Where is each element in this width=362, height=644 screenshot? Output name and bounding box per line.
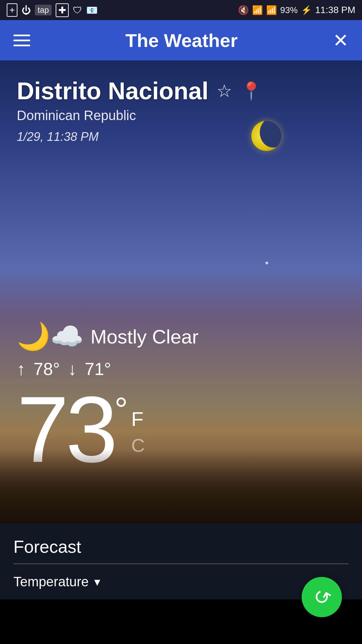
status-bar-right: 🔇 📶 📶 93% ⚡ 11:38 PM (238, 5, 355, 15)
status-bar: + ⏻ tap ✚ 🛡 📧 🔇 📶 📶 93% ⚡ 11:38 PM (0, 0, 362, 20)
weather-condition-text: Mostly Clear (90, 325, 198, 348)
cross-icon: ✚ (56, 3, 69, 17)
location-name: Distrito Nacional (17, 77, 208, 105)
forecast-divider (13, 564, 349, 564)
battery-icon: ⚡ (301, 5, 312, 15)
star-dot (265, 262, 268, 264)
close-button[interactable]: ✕ (333, 30, 349, 51)
favorite-star-icon[interactable]: ☆ (217, 81, 232, 101)
dropdown-arrow-icon[interactable]: ▾ (94, 575, 100, 589)
forecast-filter-row[interactable]: Temperature ▾ (13, 571, 349, 593)
refresh-icon: ↺ (309, 583, 335, 611)
nav-bar: The Weather ✕ (0, 20, 362, 60)
location-datetime: 1/29, 11:38 PM (17, 130, 262, 144)
signal-icon: 📶 (266, 5, 277, 15)
temp-unit-selector: F C (131, 409, 144, 455)
bluetooth-icon: 🔇 (238, 5, 249, 15)
temp-down-arrow-icon: ↓ (68, 359, 77, 379)
temp-up-arrow-icon: ↑ (17, 359, 25, 379)
battery-percent: 93% (280, 5, 298, 15)
power-icon: ⏻ (21, 5, 31, 16)
temp-low: 71° (85, 359, 111, 379)
fahrenheit-unit[interactable]: F (131, 409, 144, 429)
refresh-fab-button[interactable]: ↺ (302, 577, 342, 617)
status-bar-left: + ⏻ tap ✚ 🛡 📧 (7, 3, 98, 17)
email-icon: 📧 (86, 5, 98, 16)
menu-button[interactable] (13, 35, 30, 46)
location-country: Dominican Republic (17, 108, 262, 123)
weather-condition-icon: 🌙☁️ (17, 321, 84, 352)
temp-high: 78° (34, 359, 60, 379)
weather-background: Distrito Nacional ☆ 📍 Dominican Republic… (0, 60, 362, 523)
degree-symbol: ° (114, 392, 128, 426)
location-pin-icon[interactable]: 📍 (240, 81, 262, 101)
location-info: Distrito Nacional ☆ 📍 Dominican Republic… (17, 77, 262, 144)
forecast-title: Forecast (13, 537, 349, 557)
tap-icon: tap (35, 5, 51, 15)
temp-range: ↑ 78° ↓ 71° (17, 359, 198, 379)
shield-icon: 🛡 (73, 5, 82, 16)
forecast-filter-label: Temperature (13, 574, 89, 589)
trees-overlay (0, 449, 362, 523)
app-title: The Weather (125, 30, 238, 51)
time-display: 11:38 PM (315, 5, 355, 15)
weather-condition: 🌙☁️ Mostly Clear (17, 321, 198, 352)
wifi-icon: 📶 (252, 5, 263, 15)
add-icon: + (7, 3, 17, 17)
